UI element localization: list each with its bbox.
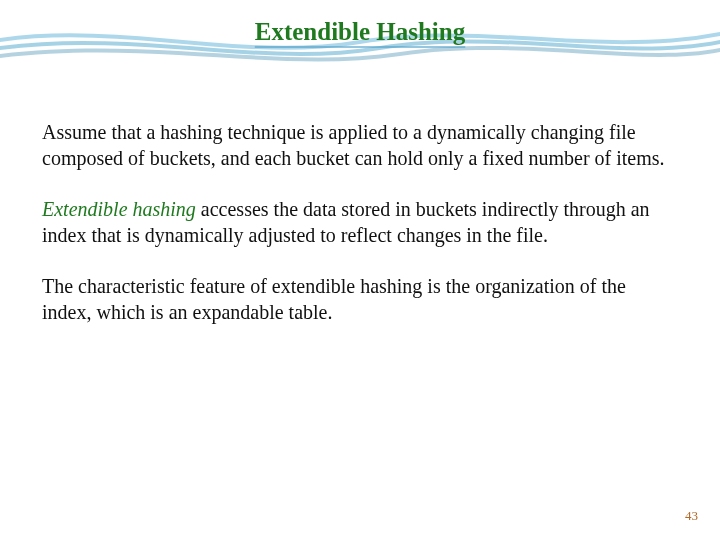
paragraph-2: Extendible hashing accesses the data sto…	[42, 197, 670, 248]
paragraph-3: The characteristic feature of extendible…	[42, 274, 670, 325]
page-number: 43	[685, 508, 698, 524]
slide-body: Assume that a hashing technique is appli…	[42, 120, 670, 352]
paragraph-1: Assume that a hashing technique is appli…	[42, 120, 670, 171]
slide: Extendible Hashing Assume that a hashing…	[0, 0, 720, 540]
slide-title: Extendible Hashing	[0, 18, 720, 46]
term-extendible-hashing: Extendible hashing	[42, 198, 196, 220]
